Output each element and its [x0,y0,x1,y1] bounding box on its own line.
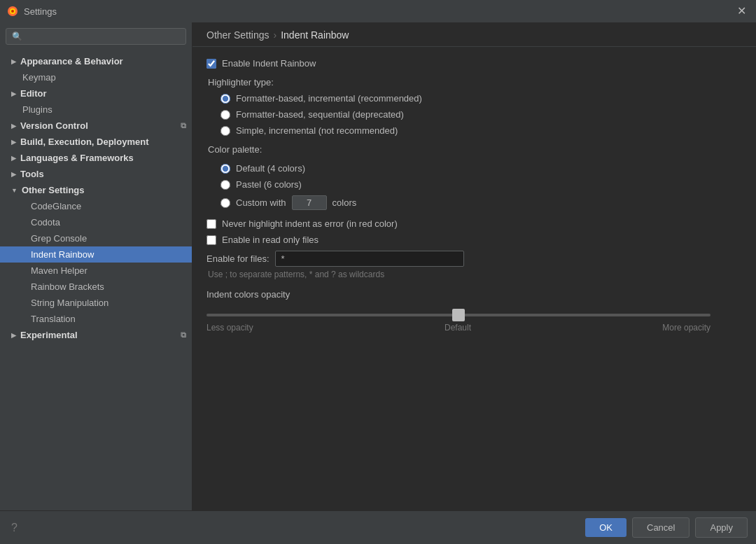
opacity-slider-container [206,308,710,319]
highlighter-radio-incremental[interactable] [220,94,230,104]
collapse-icon: ▶ [11,123,16,130]
breadcrumb-separator: › [274,29,277,41]
color-palette-label: Color palette: [208,144,742,155]
settings-panel: Enable Indent Rainbow Highlighter type: … [192,47,756,510]
slider-label-less: Less opacity [206,323,253,333]
main-content: ▶ Appearance & Behavior Keymap ▶ Editor … [0,22,756,510]
highlighter-option-2: Simple, incremental (not recommended) [220,125,742,136]
sidebar-item-tools[interactable]: ▶ Tools [0,166,192,182]
sidebar-item-codota[interactable]: Codota [0,214,192,230]
palette-radio-custom[interactable] [220,198,230,208]
enable-read-only-row: Enable in read only files [206,235,742,245]
nav-tree: ▶ Appearance & Behavior Keymap ▶ Editor … [0,50,192,510]
sidebar-item-maven-helper[interactable]: Maven Helper [0,263,192,279]
ok-button[interactable]: OK [585,518,626,537]
sidebar-item-label: Codota [31,217,60,228]
collapse-icon: ▶ [11,90,16,97]
breadcrumb-current: Indent Rainbow [281,29,349,41]
highlighter-label-sequential[interactable]: Formatter-based, sequential (deprecated) [236,109,404,120]
sidebar-item-rainbow-brackets[interactable]: Rainbow Brackets [0,279,192,295]
sidebar-item-label: Tools [20,169,44,179]
sidebar-item-indent-rainbow[interactable]: Indent Rainbow [0,246,192,263]
sidebar-item-label: Maven Helper [31,265,88,276]
content-area: Other Settings › Indent Rainbow Enable I… [192,22,756,510]
bottom-bar: ? OK Cancel Apply [0,510,756,544]
collapse-icon: ▶ [11,332,16,339]
apply-button[interactable]: Apply [695,517,748,538]
svg-point-2 [11,10,14,13]
sidebar-item-label: Appearance & Behavior [20,56,123,67]
sidebar-item-label: Keymap [22,72,56,83]
palette-option-1: Pastel (6 colors) [220,179,742,190]
sidebar-item-grep-console[interactable]: Grep Console [0,230,192,246]
sidebar-item-codeglance[interactable]: CodeGlance [0,198,192,214]
highlighter-radio-sequential[interactable] [220,110,230,120]
sidebar-item-label: CodeGlance [31,201,81,211]
highlighter-option-0: Formatter-based, incremental (recommende… [220,93,742,104]
custom-colors-suffix: colors [332,197,357,208]
files-hint: Use ; to separate patterns, * and ? as w… [208,270,742,279]
highlighter-type-group: Formatter-based, incremental (recommende… [220,93,742,136]
sidebar-item-editor[interactable]: ▶ Editor [0,85,192,102]
enable-for-files-input[interactable] [275,251,464,267]
sidebar-item-label: String Manipulation [31,298,108,308]
close-button[interactable]: ✕ [734,3,749,20]
sidebar-item-label: Plugins [22,104,52,115]
sidebar-item-label: Build, Execution, Deployment [20,137,148,147]
highlighter-label-incremental[interactable]: Formatter-based, incremental (recommende… [236,93,422,104]
copy-icon: ⧉ [181,121,186,130]
sidebar-item-label: Languages & Frameworks [20,153,134,163]
cancel-button[interactable]: Cancel [632,517,690,538]
collapse-icon: ▶ [11,171,16,178]
help-icon[interactable]: ? [11,522,18,534]
sidebar: ▶ Appearance & Behavior Keymap ▶ Editor … [0,22,192,510]
window-title: Settings [24,6,57,17]
highlighter-radio-simple[interactable] [220,126,230,136]
custom-colors-input[interactable] [292,195,327,210]
sidebar-item-experimental[interactable]: ▶ Experimental ⧉ [0,327,192,343]
sidebar-item-other-settings[interactable]: ▼ Other Settings [0,182,192,198]
slider-labels: Less opacity Default More opacity [206,323,710,333]
collapse-icon: ▶ [11,139,16,146]
sidebar-item-label: Indent Rainbow [31,249,94,260]
collapse-icon: ▶ [11,58,16,65]
slider-label-default: Default [444,323,471,333]
highlighter-type-label: Highlighter type: [208,77,742,88]
title-bar: Settings ✕ [0,0,756,22]
never-highlight-checkbox[interactable] [206,219,216,229]
palette-label-custom[interactable]: Custom with [236,197,286,208]
sidebar-item-plugins[interactable]: Plugins [0,102,192,118]
palette-label-pastel[interactable]: Pastel (6 colors) [236,179,302,190]
enable-for-files-label: Enable for files: [206,253,270,264]
sidebar-item-label: Version Control [20,120,88,131]
enable-read-only-checkbox[interactable] [206,235,216,245]
sidebar-item-build[interactable]: ▶ Build, Execution, Deployment [0,134,192,150]
palette-radio-default[interactable] [220,164,230,174]
enable-read-only-label[interactable]: Enable in read only files [222,235,318,245]
sidebar-item-languages[interactable]: ▶ Languages & Frameworks [0,150,192,166]
enable-indent-rainbow-label[interactable]: Enable Indent Rainbow [222,58,316,69]
sidebar-item-label: Translation [31,314,76,324]
enable-indent-rainbow-checkbox[interactable] [206,59,216,69]
opacity-slider[interactable] [206,314,710,316]
palette-option-0: Default (4 colors) [220,163,742,174]
never-highlight-label[interactable]: Never highlight indent as error (in red … [222,218,398,229]
sidebar-item-translation[interactable]: Translation [0,311,192,327]
highlighter-label-simple[interactable]: Simple, incremental (not recommended) [236,125,398,136]
highlighter-option-1: Formatter-based, sequential (deprecated) [220,109,742,120]
breadcrumb-parent: Other Settings [206,29,270,41]
search-input[interactable] [6,28,186,45]
collapse-icon: ▼ [11,187,18,194]
sidebar-item-string-manipulation[interactable]: String Manipulation [0,295,192,311]
sidebar-item-version-control[interactable]: ▶ Version Control ⧉ [0,118,192,134]
copy-icon: ⧉ [181,330,186,340]
palette-radio-pastel[interactable] [220,180,230,190]
sidebar-item-label: Other Settings [22,185,85,195]
sidebar-item-appearance[interactable]: ▶ Appearance & Behavior [0,53,192,69]
title-bar-left: Settings [7,6,57,17]
palette-label-default[interactable]: Default (4 colors) [236,163,305,174]
sidebar-item-label: Experimental [20,330,78,340]
sidebar-item-keymap[interactable]: Keymap [0,69,192,85]
color-palette-group: Default (4 colors) Pastel (6 colors) Cus… [220,163,742,210]
never-highlight-row: Never highlight indent as error (in red … [206,218,742,229]
